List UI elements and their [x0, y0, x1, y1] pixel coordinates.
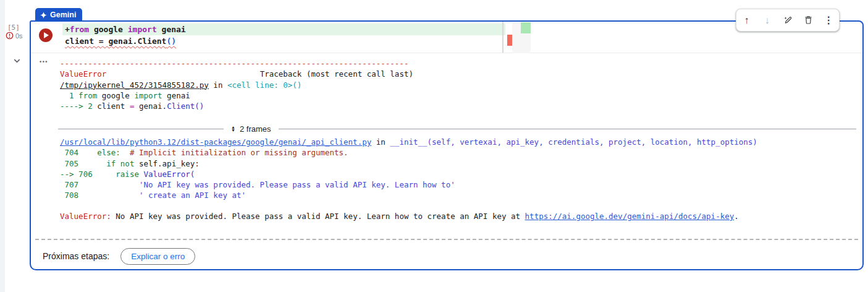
- source-string: 'No API key was provided. Please pass a …: [83, 180, 455, 189]
- expand-frames-icon: ▲▼: [231, 126, 235, 132]
- source-string: ' create an API key at': [83, 191, 246, 200]
- execution-status: 0s: [6, 32, 23, 40]
- chevron-down-icon: [12, 56, 22, 66]
- colab-notebook-area: [5] 0s Gemini ↑ ↓: [0, 0, 868, 292]
- code-line-1[interactable]: +from google import genai: [62, 24, 505, 35]
- delete-cell-button[interactable]: [799, 12, 817, 29]
- next-steps-bar: Próximas etapas: Explicar o erro: [43, 246, 195, 267]
- traceback-frame: /usr/local/lib/python3.12/dist-packages/…: [60, 137, 757, 201]
- frames-divider-line: [279, 129, 856, 129]
- edit-with-gemini-button[interactable]: [779, 12, 796, 29]
- overview-ruler: [502, 22, 504, 53]
- collapse-output-button[interactable]: [11, 54, 23, 67]
- error-arrow-line: ----> 2: [60, 101, 97, 111]
- frames-divider-line: [58, 129, 224, 129]
- diff-plus: +: [65, 25, 70, 34]
- function-signature: __init__(self, vertexai, api_key, creden…: [390, 137, 757, 147]
- cell-toolbar: ↑ ↓ ⋮: [736, 9, 840, 32]
- trash-icon: [803, 15, 814, 25]
- gemini-sparkle-icon: [40, 12, 47, 19]
- explain-error-button[interactable]: Explicar o erro: [120, 248, 195, 265]
- api-key-docs-link[interactable]: https://ai.google.dev/gemini-api/docs/ap…: [525, 212, 735, 221]
- code-cell: Gemini ↑ ↓ ⋮: [30, 20, 864, 270]
- execution-count: [5]: [7, 24, 20, 32]
- traceback-label: Traceback (most recent call last): [260, 69, 413, 79]
- hidden-frames-count: 2 frames: [240, 124, 271, 134]
- minimap[interactable]: [512, 22, 531, 53]
- error-type: ValueError: [60, 69, 106, 79]
- play-icon: [44, 32, 49, 38]
- traceback-head: ----------------------------------------…: [60, 58, 413, 111]
- frames-toggle[interactable]: ▲▼ 2 frames: [58, 122, 856, 135]
- source-comment: # Implicit initialization or missing arg…: [120, 148, 348, 157]
- more-actions-button[interactable]: ⋮: [820, 12, 837, 29]
- traceback-final-message: ValueError: No API key was provided. Ple…: [60, 211, 739, 221]
- error-type: ValueError:: [60, 212, 111, 221]
- minimap-added-block: [521, 22, 531, 33]
- move-cell-up-button[interactable]: ↑: [738, 12, 756, 29]
- error-marker: [507, 35, 512, 46]
- next-steps-divider: [35, 239, 858, 240]
- execution-duration: 0s: [15, 32, 23, 40]
- error-indicator-icon: [6, 32, 14, 40]
- gemini-tab[interactable]: Gemini: [35, 8, 82, 22]
- page-gutter: [0, 0, 5, 292]
- frame0-file-link[interactable]: /tmp/ipykernel_452/3154855182.py: [60, 80, 209, 90]
- frame1-file-link[interactable]: /usr/local/lib/python3.12/dist-packages/…: [60, 137, 371, 147]
- output-options-button[interactable]: •••: [40, 59, 48, 65]
- traceback-separator: ----------------------------------------…: [60, 59, 408, 68]
- cell-reference: <cell line: 0>(): [227, 80, 301, 90]
- pencil-sparkle-icon: [782, 15, 793, 26]
- move-cell-down-button[interactable]: ↓: [759, 12, 776, 29]
- error-underlined-code: client = genai.Client(): [65, 36, 176, 46]
- error-arrow-line: --> 706: [60, 170, 97, 179]
- run-cell-button[interactable]: [39, 28, 53, 42]
- error-message: No API key was provided. Please pass a v…: [111, 212, 525, 221]
- code-line-2[interactable]: client = genai.Client(): [65, 35, 176, 47]
- next-steps-label: Próximas etapas:: [43, 251, 109, 261]
- gemini-tab-label: Gemini: [50, 11, 76, 19]
